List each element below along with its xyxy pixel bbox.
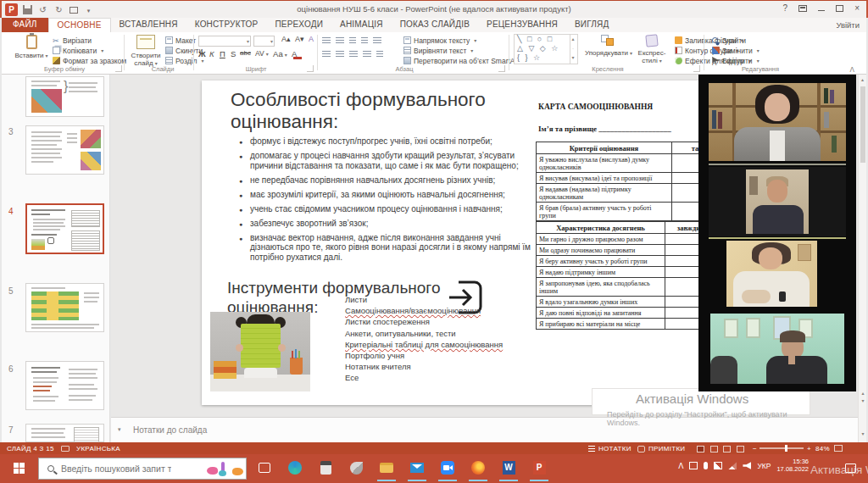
scrollbar-thumb[interactable] — [860, 86, 865, 163]
copy-button[interactable]: Копіювати — [53, 46, 103, 55]
tab-animations[interactable]: АНІМАЦІЯ — [331, 18, 392, 32]
tab-transitions[interactable]: ПЕРЕХОДИ — [266, 18, 331, 32]
edge-icon[interactable] — [285, 459, 305, 478]
font-size-select[interactable] — [253, 36, 275, 47]
notes-collapse-icon[interactable]: ▾ — [118, 426, 121, 433]
tab-design[interactable]: КОНСТРУКТОР — [186, 18, 267, 32]
vertical-scrollbar[interactable]: ▴ ▴▾ ▾ — [858, 75, 866, 442]
previous-slide-button[interactable]: ▴▾ — [859, 390, 867, 405]
zoom-level[interactable]: 84% — [815, 445, 830, 452]
slide-body-textbox[interactable]: формує і відстежує поступ/прогрес учнів,… — [239, 136, 546, 267]
shapes-scrollbar[interactable]: ▴·▾ — [570, 35, 577, 64]
slide-thumbnail[interactable] — [25, 361, 104, 410]
clear-formatting-button[interactable]: А — [309, 35, 314, 43]
slide-thumbnail[interactable]: } — [25, 76, 104, 117]
fit-to-window-icon[interactable] — [834, 445, 843, 452]
italic-button[interactable]: К — [209, 49, 214, 58]
slide-canvas[interactable]: Особливості формувального оцінювання: фо… — [202, 80, 719, 405]
tab-home[interactable]: ОСНОВНЕ — [48, 18, 111, 32]
notes-toggle[interactable]: НОТАТКИ — [588, 445, 632, 452]
firefox-icon[interactable] — [468, 459, 488, 478]
normal-view-button[interactable] — [697, 446, 704, 452]
comments-toggle[interactable]: ПРИМІТКИ — [637, 445, 685, 452]
format-painter-button[interactable]: Формат за зразком — [53, 56, 126, 65]
slideshow-view-button[interactable] — [737, 446, 744, 452]
slide-thumbnail[interactable] — [25, 283, 104, 332]
shrink-font-button[interactable]: А▾ — [295, 35, 304, 43]
mail-icon[interactable] — [407, 459, 427, 478]
minimize-icon[interactable] — [818, 10, 825, 11]
child-with-book-image[interactable] — [210, 312, 310, 391]
clock[interactable]: 15:36 17.08.2022 — [776, 458, 809, 473]
powerpoint-taskbar-icon[interactable]: P — [529, 459, 549, 478]
start-button[interactable] — [14, 463, 25, 474]
photos-icon[interactable] — [714, 462, 722, 469]
align-text-button[interactable]: Вирівняти текст — [403, 46, 473, 55]
quick-styles-button[interactable]: Експрес-стилі — [634, 34, 670, 71]
volume-icon[interactable] — [743, 462, 751, 469]
slide-thumbnail[interactable] — [25, 424, 104, 442]
columns-icon[interactable] — [376, 51, 383, 58]
paragraph-dialog-launcher[interactable] — [498, 65, 505, 72]
search-input[interactable] — [61, 464, 171, 474]
align-left-icon[interactable] — [322, 51, 331, 58]
strikethrough-button[interactable]: abc — [240, 49, 251, 57]
font-color-button[interactable]: А — [292, 49, 297, 58]
line-spacing-icon[interactable] — [373, 37, 381, 44]
restore-icon[interactable] — [836, 5, 843, 12]
cut-button[interactable]: Вирізати — [53, 36, 92, 45]
bullets-icon[interactable] — [322, 37, 331, 44]
layout-button[interactable]: Макет — [165, 36, 203, 45]
underline-button[interactable]: П — [220, 49, 225, 58]
shapes-gallery[interactable]: ╲ □ ○ □ △ ▽ ◇ ☆ { } ☆ ▴·▾ — [514, 34, 578, 64]
font-dialog-launcher[interactable] — [307, 65, 314, 72]
select-button[interactable]: Виділити — [712, 56, 760, 65]
grow-font-button[interactable]: А▴ — [281, 35, 291, 43]
sign-in-link[interactable]: Увійти — [836, 20, 860, 30]
slide-sorter-view-button[interactable] — [710, 446, 718, 452]
decrease-indent-icon[interactable] — [349, 37, 356, 44]
drawing-dialog-launcher[interactable] — [693, 65, 700, 72]
find-button[interactable]: Знайти — [712, 36, 746, 45]
word-icon[interactable]: W — [498, 459, 519, 478]
font-name-select[interactable] — [198, 36, 251, 47]
calculator-icon[interactable] — [315, 459, 336, 478]
align-buttons[interactable] — [322, 49, 383, 58]
bold-button[interactable]: Ж — [198, 49, 206, 58]
zoom-out-button[interactable]: − — [753, 445, 757, 452]
close-icon[interactable]: × — [854, 3, 860, 13]
increase-indent-icon[interactable] — [361, 37, 368, 44]
task-view-icon[interactable] — [254, 459, 275, 478]
reading-view-button[interactable] — [723, 446, 731, 452]
character-spacing-button[interactable]: AV — [255, 49, 269, 58]
microphone-icon[interactable] — [704, 462, 708, 469]
taskbar-search[interactable] — [38, 458, 247, 480]
slide-thumbnail-selected[interactable] — [25, 203, 104, 254]
file-explorer-icon[interactable] — [376, 459, 397, 478]
change-case-button[interactable]: Аа — [273, 49, 287, 58]
tab-insert[interactable]: ВСТАВЛЕННЯ — [111, 18, 186, 32]
ribbon-options-icon[interactable] — [798, 5, 807, 12]
tray-expand-icon[interactable]: ᐱ — [678, 462, 683, 470]
tab-file[interactable]: ФАЙЛ — [2, 18, 48, 32]
zoom-slider-thumb[interactable] — [785, 445, 787, 452]
paint-icon[interactable] — [346, 459, 366, 478]
participant-video-1[interactable] — [709, 83, 846, 161]
reset-button[interactable]: Скинути — [165, 46, 203, 55]
text-shadow-button[interactable]: S — [231, 49, 236, 58]
justify-icon[interactable] — [363, 51, 371, 58]
spellcheck-icon[interactable] — [61, 446, 70, 452]
align-center-icon[interactable] — [336, 51, 344, 58]
zoom-slider[interactable] — [760, 447, 804, 449]
zoom-in-button[interactable]: + — [807, 445, 811, 452]
tools-list-textbox[interactable]: Листи Самооцінювання/взаємооцінювання Ли… — [345, 294, 536, 384]
text-direction-button[interactable]: Напрямок тексту — [403, 36, 476, 45]
list-buttons[interactable] — [322, 36, 381, 45]
numbering-icon[interactable] — [336, 37, 344, 44]
network-icon[interactable] — [728, 462, 737, 469]
tab-view[interactable]: ВИГЛЯД — [566, 18, 617, 32]
next-slide-button[interactable]: ▾ — [859, 430, 867, 436]
zoom-app-icon[interactable] — [437, 459, 458, 478]
tray-language[interactable]: УКР — [757, 462, 771, 470]
slide-title-textbox[interactable]: Особливості формувального оцінювання: — [231, 89, 544, 133]
